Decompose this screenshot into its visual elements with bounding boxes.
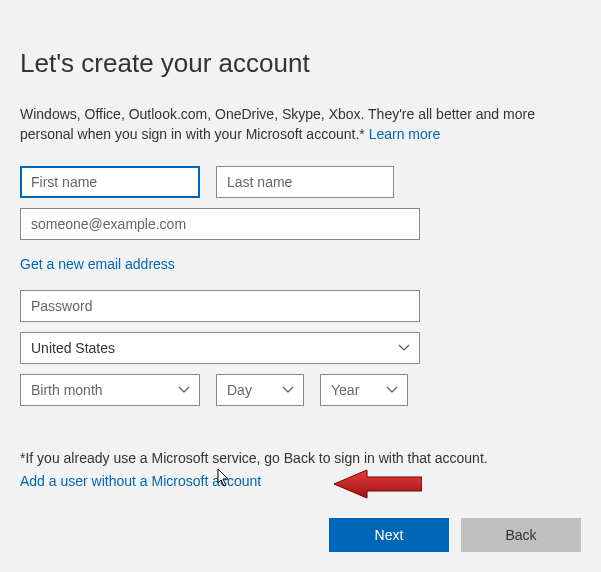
- year-select[interactable]: Year: [320, 374, 408, 406]
- first-name-input[interactable]: [20, 166, 200, 198]
- intro-description: Windows, Office, Outlook.com, OneDrive, …: [20, 105, 581, 144]
- get-new-email-link[interactable]: Get a new email address: [20, 256, 175, 272]
- password-input[interactable]: [20, 290, 420, 322]
- next-button[interactable]: Next: [329, 518, 449, 552]
- back-button[interactable]: Back: [461, 518, 581, 552]
- page-title: Let's create your account: [20, 48, 581, 79]
- birth-month-select[interactable]: Birth month: [20, 374, 200, 406]
- learn-more-link[interactable]: Learn more: [369, 126, 441, 142]
- add-user-without-ms-link[interactable]: Add a user without a Microsoft account: [20, 473, 261, 489]
- day-select[interactable]: Day: [216, 374, 304, 406]
- annotation-arrow-icon: [332, 468, 422, 500]
- email-input[interactable]: [20, 208, 420, 240]
- country-select[interactable]: United States: [20, 332, 420, 364]
- intro-text: Windows, Office, Outlook.com, OneDrive, …: [20, 106, 535, 142]
- existing-account-note: *If you already use a Microsoft service,…: [20, 450, 581, 466]
- last-name-input[interactable]: [216, 166, 394, 198]
